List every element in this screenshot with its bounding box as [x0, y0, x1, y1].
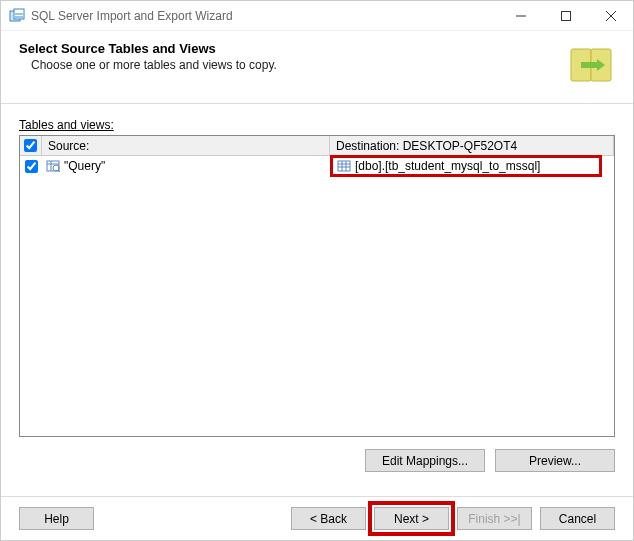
grid-action-row: Edit Mappings... Preview...	[1, 437, 633, 480]
select-all-checkbox[interactable]	[24, 139, 37, 152]
page-title: Select Source Tables and Views	[19, 41, 567, 56]
wizard-icon	[567, 41, 615, 89]
minimize-button[interactable]	[498, 1, 543, 30]
cancel-button[interactable]: Cancel	[540, 507, 615, 530]
destination-value[interactable]: [dbo].[tb_student_mysql_to_mssql]	[355, 159, 540, 173]
query-icon	[46, 159, 60, 173]
app-icon	[9, 8, 25, 24]
table-row[interactable]: "Query" [dbo].[tb_student_mysql_to_mssql…	[20, 156, 614, 176]
page-subtitle: Choose one or more tables and views to c…	[19, 58, 567, 72]
wizard-header: Select Source Tables and Views Choose on…	[1, 31, 633, 104]
column-header-destination[interactable]: Destination: DESKTOP-QF52OT4	[330, 136, 614, 155]
tables-views-label: Tables and views:	[19, 118, 615, 132]
tables-grid[interactable]: Source: Destination: DESKTOP-QF52OT4 "Qu…	[19, 135, 615, 437]
maximize-button[interactable]	[543, 1, 588, 30]
finish-button: Finish >>|	[457, 507, 532, 530]
edit-mappings-button[interactable]: Edit Mappings...	[365, 449, 485, 472]
close-button[interactable]	[588, 1, 633, 30]
wizard-footer: Help < Back Next > Finish >>| Cancel	[1, 496, 633, 540]
next-button[interactable]: Next >	[374, 507, 449, 530]
preview-button[interactable]: Preview...	[495, 449, 615, 472]
grid-header: Source: Destination: DESKTOP-QF52OT4	[20, 136, 614, 156]
row-checkbox[interactable]	[25, 160, 38, 173]
back-button[interactable]: < Back	[291, 507, 366, 530]
svg-rect-7	[338, 161, 350, 171]
window-title: SQL Server Import and Export Wizard	[31, 9, 498, 23]
content-area: Tables and views: Source: Destination: D…	[1, 104, 633, 437]
titlebar: SQL Server Import and Export Wizard	[1, 1, 633, 31]
column-header-source[interactable]: Source:	[42, 136, 330, 155]
help-button[interactable]: Help	[19, 507, 94, 530]
svg-rect-2	[561, 11, 570, 20]
source-value: "Query"	[64, 159, 105, 173]
table-icon	[337, 159, 351, 173]
destination-highlight: [dbo].[tb_student_mysql_to_mssql]	[330, 155, 602, 177]
